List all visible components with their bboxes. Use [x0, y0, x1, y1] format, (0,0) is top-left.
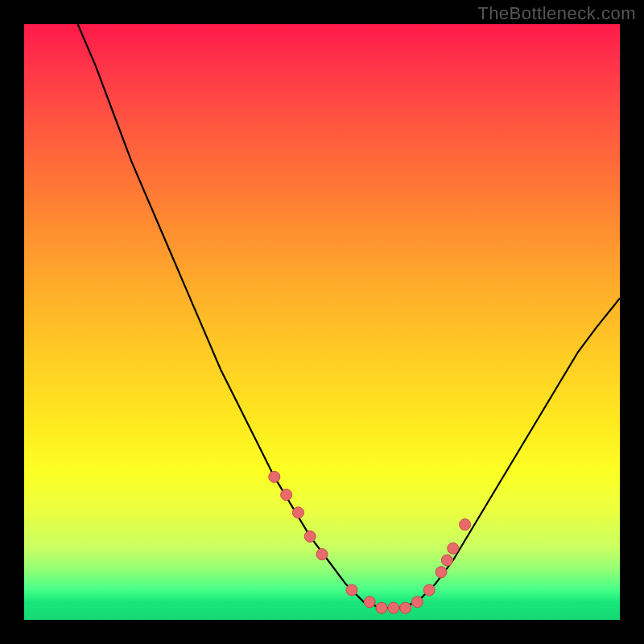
data-point	[316, 549, 328, 560]
data-point	[304, 530, 316, 542]
chart-svg	[24, 24, 620, 620]
data-point	[460, 519, 471, 530]
data-point	[411, 597, 423, 608]
data-point	[423, 584, 435, 596]
marked-points-group	[269, 471, 471, 613]
data-point	[292, 507, 303, 518]
data-point	[281, 489, 292, 501]
data-point	[448, 543, 459, 554]
data-point	[364, 597, 375, 608]
bottleneck-curve	[78, 24, 620, 608]
data-point	[388, 602, 399, 613]
data-point	[346, 584, 357, 596]
watermark-text: TheBottleneck.com	[477, 3, 636, 24]
data-point	[376, 602, 387, 613]
data-point	[269, 471, 280, 482]
data-point	[441, 555, 452, 566]
data-point	[400, 602, 411, 613]
plot-area	[24, 24, 620, 620]
data-point	[436, 567, 447, 578]
